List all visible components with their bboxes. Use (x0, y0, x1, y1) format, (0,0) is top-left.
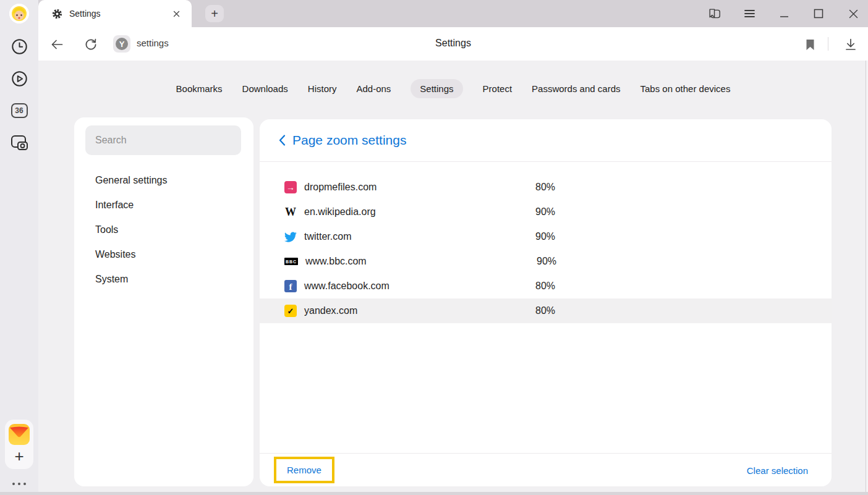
menu-interface[interactable]: Interface (74, 193, 253, 218)
window-bottom-edge (0, 492, 868, 495)
page-zoom-settings-panel: Page zoom settings → dropmefiles.com 80%… (260, 119, 832, 486)
add-app-button[interactable]: + (14, 446, 23, 467)
site-zoom-value: 80% (535, 182, 555, 193)
site-zoom-value: 80% (535, 281, 555, 292)
settings-nav: Bookmarks Downloads History Add-ons Sett… (38, 79, 868, 98)
nav-addons[interactable]: Add-ons (356, 79, 391, 98)
tab-title: Settings (69, 9, 171, 19)
site-name: dropmefiles.com (304, 182, 535, 193)
profile-avatar[interactable] (9, 4, 29, 23)
search-input[interactable] (85, 125, 241, 155)
wikipedia-favicon: W (284, 206, 297, 218)
site-zoom-value: 90% (535, 206, 555, 218)
tab-close-icon[interactable] (171, 8, 182, 19)
bookmark-icon[interactable] (802, 37, 817, 52)
menu-tools[interactable]: Tools (74, 218, 253, 242)
zoomed-sites-list: → dropmefiles.com 80% W en.wikipedia.org… (260, 162, 832, 323)
tab-count-label: 36 (11, 103, 28, 118)
sidebar-apps-card: + (5, 420, 33, 469)
site-zoom-value: 80% (535, 305, 555, 316)
site-name: www.bbc.com (305, 256, 537, 267)
menu-icon[interactable] (743, 7, 755, 20)
site-row-wikipedia[interactable]: W en.wikipedia.org 90% (260, 200, 832, 224)
page-title: Settings (38, 38, 868, 49)
site-name: en.wikipedia.org (304, 206, 535, 218)
panel-title: Page zoom settings (292, 133, 406, 148)
panel-footer: Remove Clear selection (260, 453, 832, 486)
dropmefiles-favicon: → (284, 181, 297, 193)
toolbar-divider (828, 37, 828, 51)
maximize-icon[interactable] (812, 7, 825, 20)
remove-button[interactable]: Remove (274, 457, 334, 483)
site-name: www.facebook.com (304, 281, 535, 292)
avatar-image (9, 4, 29, 23)
screenshot-icon[interactable] (10, 133, 28, 152)
site-row-facebook[interactable]: f www.facebook.com 80% (260, 274, 832, 298)
bbc-favicon: BBC (284, 258, 298, 265)
clear-selection-button[interactable]: Clear selection (747, 465, 808, 476)
active-tab[interactable]: Settings (38, 0, 192, 27)
nav-other-devices[interactable]: Tabs on other devices (640, 79, 731, 98)
browser-toolbar: Y settings Settings (38, 27, 868, 61)
selected-checkbox[interactable]: ✓ (284, 305, 297, 317)
browser-sidebar: 36 + (0, 0, 38, 495)
minimize-icon[interactable] (778, 7, 790, 20)
twitter-favicon (284, 231, 297, 243)
tab-counter-badge[interactable]: 36 (10, 101, 28, 120)
nav-protect[interactable]: Protect (483, 79, 513, 98)
site-row-dropmefiles[interactable]: → dropmefiles.com 80% (260, 175, 832, 200)
gear-icon (52, 9, 62, 19)
sidebar-more-button[interactable] (12, 483, 26, 485)
site-name: twitter.com (304, 231, 535, 242)
list-empty-space (260, 323, 832, 453)
panel-header-back[interactable]: Page zoom settings (260, 119, 832, 162)
nav-settings[interactable]: Settings (411, 79, 462, 98)
history-icon[interactable] (10, 37, 28, 56)
menu-general-settings[interactable]: General settings (74, 168, 253, 193)
site-row-bbc[interactable]: BBC www.bbc.com 90% (260, 249, 832, 274)
menu-websites[interactable]: Websites (74, 242, 253, 267)
site-zoom-value: 90% (537, 256, 556, 267)
settings-page: Bookmarks Downloads History Add-ons Sett… (38, 61, 868, 495)
tab-bar: Settings + (38, 0, 868, 27)
site-row-twitter[interactable]: twitter.com 90% (260, 224, 832, 249)
yandex-mail-icon[interactable] (8, 423, 30, 446)
new-tab-button[interactable]: + (205, 5, 224, 22)
close-window-icon[interactable] (847, 7, 859, 20)
scrollbar-track[interactable] (866, 61, 868, 495)
side-panel-icon[interactable] (708, 7, 721, 20)
nav-downloads[interactable]: Downloads (242, 79, 288, 98)
site-row-yandex[interactable]: ✓ yandex.com 80% (260, 298, 832, 323)
site-name: yandex.com (304, 305, 535, 316)
chevron-left-icon (274, 133, 289, 148)
window-controls (708, 0, 859, 27)
video-player-icon[interactable] (10, 69, 28, 88)
menu-system[interactable]: System (74, 267, 253, 292)
nav-passwords[interactable]: Passwords and cards (532, 79, 620, 98)
settings-menu: General settings Interface Tools Website… (74, 168, 253, 292)
settings-sidebar-card: General settings Interface Tools Website… (74, 117, 253, 486)
nav-bookmarks[interactable]: Bookmarks (176, 79, 223, 98)
facebook-favicon: f (284, 280, 297, 292)
nav-history[interactable]: History (308, 79, 337, 98)
site-zoom-value: 90% (535, 231, 555, 242)
download-icon[interactable] (843, 37, 858, 52)
